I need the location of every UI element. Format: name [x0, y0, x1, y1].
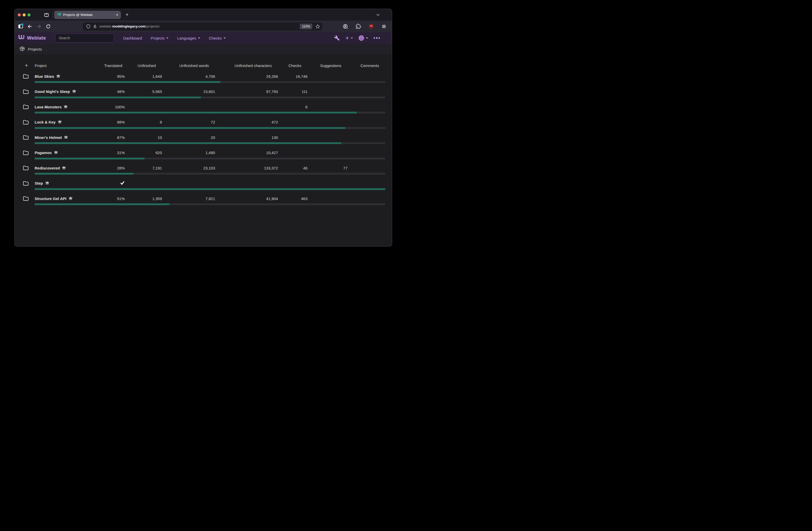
- wrench-icon[interactable]: [334, 35, 340, 41]
- project-row: Lava Monsters 100% 6: [23, 102, 385, 117]
- unfinished-cell[interactable]: 10: [125, 135, 162, 140]
- folder-icon[interactable]: [23, 135, 29, 140]
- progress-bar: [35, 173, 385, 175]
- folder-icon[interactable]: [23, 104, 29, 110]
- firefox-view-icon[interactable]: [44, 12, 49, 17]
- project-name-link[interactable]: Pagamos: [35, 150, 52, 155]
- translated-cell[interactable]: 28%: [104, 166, 125, 170]
- translated-cell[interactable]: 31%: [104, 150, 125, 155]
- translated-cell[interactable]: [104, 181, 125, 186]
- unfinished-characters-cell[interactable]: 472: [215, 120, 278, 124]
- unfinished-words-cell[interactable]: 15,601: [162, 89, 215, 94]
- account-icon[interactable]: [342, 23, 349, 30]
- zoom-level-badge[interactable]: 110%: [300, 24, 312, 29]
- unfinished-words-cell[interactable]: 23,103: [162, 166, 215, 170]
- close-window-button[interactable]: [18, 13, 21, 16]
- lock-icon[interactable]: [93, 24, 97, 29]
- add-project-button[interactable]: +: [23, 63, 28, 69]
- unfinished-words-cell[interactable]: 72: [162, 120, 215, 124]
- project-name-link[interactable]: Blue Skies: [35, 74, 54, 78]
- forward-button[interactable]: [35, 23, 43, 30]
- url-bar[interactable]: weblate.moddinglegacy.com/projects/ 110%: [83, 22, 322, 31]
- hamburger-menu-icon[interactable]: [380, 23, 388, 30]
- checks-cell[interactable]: 463: [278, 197, 307, 201]
- plus-icon: +: [345, 35, 349, 41]
- translated-cell[interactable]: 51%: [104, 197, 125, 201]
- nav-dashboard[interactable]: Dashboard: [123, 36, 142, 40]
- unfinished-words-cell[interactable]: 1,490: [162, 150, 215, 155]
- folder-icon[interactable]: [23, 166, 29, 171]
- brand-name: Weblate: [27, 35, 46, 41]
- unfinished-cell[interactable]: 8: [125, 120, 162, 124]
- more-options-ellipsis-icon[interactable]: [374, 37, 380, 39]
- list-all-tabs-chevron-icon[interactable]: [376, 13, 380, 17]
- refresh-button[interactable]: [44, 23, 52, 30]
- project-name-link[interactable]: Lock & Key: [35, 120, 56, 124]
- weblate-brand[interactable]: Weblate: [18, 34, 46, 42]
- progress-bar-fill: [35, 142, 341, 144]
- translated-cell[interactable]: 88%: [104, 120, 125, 124]
- unfinished-characters-cell[interactable]: 130: [215, 135, 278, 140]
- notification-dot: [21, 23, 23, 25]
- unfinished-words-cell[interactable]: 20: [162, 135, 215, 140]
- projects-table: + Project Translated Unfinished Unfinish…: [15, 55, 392, 246]
- checks-cell[interactable]: 46: [278, 166, 307, 170]
- translated-cell[interactable]: 87%: [104, 135, 125, 140]
- checks-cell[interactable]: 16,746: [278, 74, 307, 78]
- folder-icon[interactable]: [23, 150, 29, 155]
- project-name-link[interactable]: Structure Gel API: [35, 197, 67, 201]
- unfinished-cell[interactable]: 620: [125, 150, 162, 155]
- translated-cell[interactable]: 95%: [104, 74, 125, 78]
- unfinished-words-cell[interactable]: 7,821: [162, 197, 215, 201]
- checks-cell[interactable]: 111: [278, 89, 307, 94]
- col-unfinished: Unfinished: [125, 63, 162, 68]
- project-name-link[interactable]: Rediscovered: [35, 166, 60, 170]
- folder-icon[interactable]: [23, 181, 29, 186]
- ublock-origin-icon[interactable]: uO: [367, 23, 375, 30]
- translated-cell[interactable]: 100%: [104, 105, 125, 109]
- user-menu-button[interactable]: [359, 35, 368, 41]
- unfinished-characters-cell[interactable]: 97,793: [215, 89, 278, 94]
- tab-separator: [53, 12, 53, 18]
- unfinished-words-cell[interactable]: 4,706: [162, 74, 215, 78]
- unfinished-cell[interactable]: 7,191: [125, 166, 162, 170]
- unfinished-cell[interactable]: 1,649: [125, 74, 162, 78]
- bookmark-star-icon[interactable]: [315, 24, 320, 29]
- nav-languages[interactable]: Languages: [177, 36, 200, 40]
- nav-projects[interactable]: Projects: [151, 36, 168, 40]
- folder-icon[interactable]: [23, 196, 29, 201]
- checks-cell[interactable]: 6: [278, 105, 307, 109]
- suggestions-cell[interactable]: 77: [307, 166, 347, 170]
- unfinished-characters-cell[interactable]: 133,372: [215, 166, 278, 170]
- active-tab[interactable]: Projects @ Weblate ×: [54, 11, 121, 19]
- nav-checks[interactable]: Checks: [209, 36, 226, 40]
- project-name-link[interactable]: Lava Monsters: [35, 105, 62, 109]
- page-title[interactable]: Projects: [28, 47, 42, 51]
- search-input[interactable]: [55, 34, 114, 42]
- extensions-puzzle-icon[interactable]: [354, 23, 362, 30]
- project-name-link[interactable]: Good Night's Sleep: [35, 89, 70, 94]
- unfinished-characters-cell[interactable]: 41,904: [215, 197, 278, 201]
- url-text[interactable]: weblate.moddinglegacy.com/projects/: [99, 24, 160, 28]
- new-tab-button[interactable]: +: [124, 11, 131, 18]
- back-button[interactable]: [26, 23, 34, 30]
- project-name-link[interactable]: Step: [35, 181, 43, 185]
- unfinished-characters-cell[interactable]: 10,427: [215, 150, 278, 155]
- folder-icon[interactable]: [23, 89, 29, 94]
- unfinished-cell[interactable]: 5,565: [125, 89, 162, 94]
- unfinished-characters-cell[interactable]: 29,266: [215, 74, 278, 78]
- admin-crown-icon: [62, 166, 66, 171]
- fullscreen-window-button[interactable]: [27, 13, 31, 16]
- project-row: Rediscovered 28% 7,191 23,103 133,372 46…: [23, 163, 385, 178]
- admin-crown-icon: [64, 104, 68, 110]
- shield-icon[interactable]: [86, 24, 91, 29]
- minimize-window-button[interactable]: [23, 13, 26, 16]
- close-tab-icon[interactable]: ×: [115, 13, 119, 17]
- folder-icon[interactable]: [23, 120, 29, 125]
- sidebar-icon[interactable]: [17, 23, 24, 30]
- folder-icon[interactable]: [23, 74, 29, 79]
- unfinished-cell[interactable]: 1,359: [125, 197, 162, 201]
- add-menu-button[interactable]: +: [345, 35, 353, 41]
- translated-cell[interactable]: 48%: [104, 89, 125, 94]
- project-name-link[interactable]: Miner's Helmet: [35, 135, 62, 140]
